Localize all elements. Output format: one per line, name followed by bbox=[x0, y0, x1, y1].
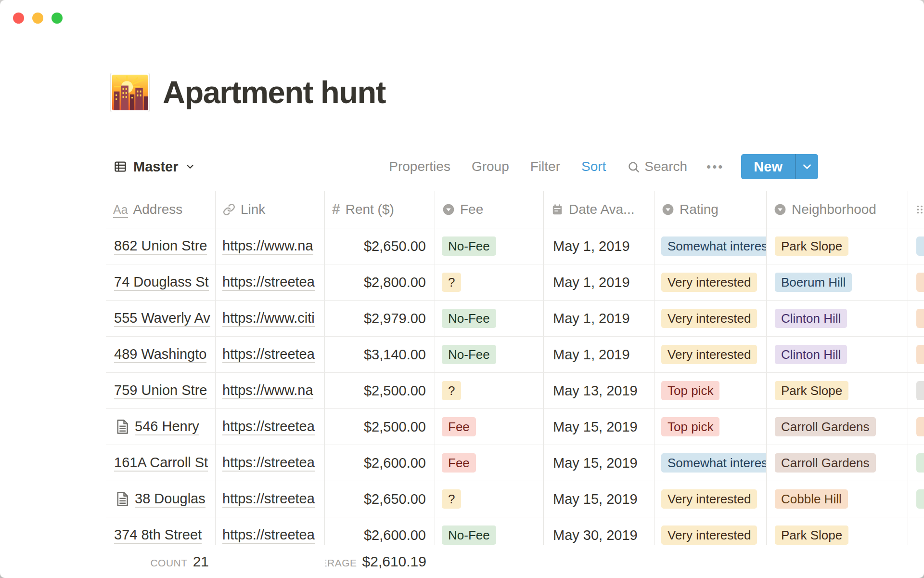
neighborhood-cell[interactable]: Cobble Hill bbox=[767, 481, 908, 517]
extra-cell[interactable] bbox=[908, 481, 924, 517]
extra-cell[interactable] bbox=[908, 373, 924, 408]
rating-cell[interactable]: Top pick bbox=[654, 373, 767, 408]
rating-cell[interactable]: Somewhat interested bbox=[654, 228, 767, 264]
column-header-neighborhood[interactable]: Neighborhood bbox=[767, 191, 908, 228]
column-header-link[interactable]: Link bbox=[216, 191, 325, 228]
minimize-window-button[interactable] bbox=[32, 13, 43, 24]
link-text: https://www.na bbox=[222, 237, 313, 255]
view-switcher[interactable]: Master bbox=[114, 159, 195, 175]
neighborhood-cell[interactable]: Carroll Gardens bbox=[767, 409, 908, 445]
rating-cell[interactable]: Top pick bbox=[654, 409, 767, 445]
extra-cell[interactable] bbox=[908, 264, 924, 300]
filter-button[interactable]: Filter bbox=[530, 159, 560, 174]
column-header-address[interactable]: AaAddress bbox=[106, 191, 216, 228]
fee-cell[interactable]: Fee bbox=[435, 445, 544, 481]
page-title[interactable]: Apartment hunt bbox=[163, 73, 385, 112]
more-options-button[interactable]: ••• bbox=[706, 159, 724, 174]
rent-cell[interactable]: $2,600.00 bbox=[325, 517, 435, 545]
properties-button[interactable]: Properties bbox=[389, 159, 450, 174]
rent-cell[interactable]: $2,500.00 bbox=[325, 373, 435, 408]
neighborhood-cell[interactable]: Park Slope bbox=[767, 517, 908, 545]
neighborhood-cell[interactable]: Clinton Hill bbox=[767, 337, 908, 372]
address-cell[interactable]: 74 Douglass St bbox=[106, 264, 216, 300]
rent-cell[interactable]: $3,140.00 bbox=[325, 337, 435, 372]
fee-cell[interactable]: ? bbox=[435, 481, 544, 517]
extra-cell[interactable] bbox=[908, 445, 924, 481]
link-cell[interactable]: https://www.citi bbox=[216, 301, 325, 336]
address-cell[interactable]: 546 Henry bbox=[106, 409, 216, 445]
rating-cell[interactable]: Very interested bbox=[654, 517, 767, 545]
link-cell[interactable]: https://www.na bbox=[216, 228, 325, 264]
address-cell[interactable]: 862 Union Stre bbox=[106, 228, 216, 264]
fee-cell[interactable]: Fee bbox=[435, 409, 544, 445]
new-button-label[interactable]: New bbox=[741, 154, 795, 179]
link-cell[interactable]: https://streetea bbox=[216, 481, 325, 517]
rent-cell[interactable]: $2,979.00 bbox=[325, 301, 435, 336]
link-cell[interactable]: https://streetea bbox=[216, 337, 325, 372]
date-available-cell[interactable]: May 30, 2019 bbox=[544, 517, 654, 545]
page-emoji-icon[interactable] bbox=[111, 73, 149, 112]
rent-cell[interactable]: $2,650.00 bbox=[325, 228, 435, 264]
count-calculation[interactable]: COUNT 21 bbox=[106, 553, 216, 570]
link-cell[interactable]: https://streetea bbox=[216, 409, 325, 445]
date-available-cell[interactable]: May 15, 2019 bbox=[544, 409, 654, 445]
group-button[interactable]: Group bbox=[472, 159, 509, 174]
date-available-cell[interactable]: May 1, 2019 bbox=[544, 264, 654, 300]
link-cell[interactable]: https://www.na bbox=[216, 373, 325, 408]
rating-cell[interactable]: Very interested bbox=[654, 264, 767, 300]
date-available-cell[interactable]: May 1, 2019 bbox=[544, 228, 654, 264]
rating-cell[interactable]: Very interested bbox=[654, 481, 767, 517]
sort-button[interactable]: Sort bbox=[581, 159, 606, 174]
date-available-cell[interactable]: May 13, 2019 bbox=[544, 373, 654, 408]
extra-cell[interactable] bbox=[908, 409, 924, 445]
fee-cell[interactable]: ? bbox=[435, 373, 544, 408]
date-available-cell[interactable]: May 15, 2019 bbox=[544, 481, 654, 517]
zoom-window-button[interactable] bbox=[51, 13, 63, 24]
address-cell[interactable]: 161A Carroll St bbox=[106, 445, 216, 481]
extra-cell[interactable] bbox=[908, 301, 924, 336]
link-cell[interactable]: https://streetea bbox=[216, 264, 325, 300]
close-window-button[interactable] bbox=[13, 13, 24, 24]
average-calculation[interactable]: AVERAGE $2,610.19 bbox=[325, 553, 435, 570]
rent-cell[interactable]: $2,800.00 bbox=[325, 264, 435, 300]
fee-cell[interactable]: No-Fee bbox=[435, 337, 544, 372]
rating-cell[interactable]: Very interested bbox=[654, 301, 767, 336]
date-available-cell[interactable]: May 1, 2019 bbox=[544, 301, 654, 336]
neighborhood-cell[interactable]: Park Slope bbox=[767, 373, 908, 408]
rating-cell[interactable]: Very interested bbox=[654, 337, 767, 372]
extra-cell[interactable] bbox=[908, 337, 924, 372]
search-button[interactable]: Search bbox=[627, 159, 687, 174]
neighborhood-cell[interactable]: Carroll Gardens bbox=[767, 445, 908, 481]
rating-cell[interactable]: Somewhat interested bbox=[654, 445, 767, 481]
column-header-date-ava[interactable]: Date Ava... bbox=[544, 191, 654, 228]
neighborhood-cell[interactable]: Park Slope bbox=[767, 228, 908, 264]
link-cell[interactable]: https://streetea bbox=[216, 517, 325, 545]
date-available-cell[interactable]: May 1, 2019 bbox=[544, 337, 654, 372]
date-available-cell[interactable]: May 15, 2019 bbox=[544, 445, 654, 481]
rent-cell[interactable]: $2,500.00 bbox=[325, 409, 435, 445]
address-cell[interactable]: 555 Waverly Av bbox=[106, 301, 216, 336]
neighborhood-cell[interactable]: Clinton Hill bbox=[767, 301, 908, 336]
rent-cell[interactable]: $2,650.00 bbox=[325, 481, 435, 517]
column-header-rating[interactable]: Rating bbox=[654, 191, 767, 228]
address-cell[interactable]: 489 Washingto bbox=[106, 337, 216, 372]
address-cell[interactable]: 759 Union Stre bbox=[106, 373, 216, 408]
rent-cell[interactable]: $2,600.00 bbox=[325, 445, 435, 481]
new-button[interactable]: New bbox=[741, 154, 818, 179]
neighborhood-cell[interactable]: Boerum Hill bbox=[767, 264, 908, 300]
column-header-rent[interactable]: #Rent ($) bbox=[325, 191, 435, 228]
fee-cell[interactable]: No-Fee bbox=[435, 517, 544, 545]
new-button-dropdown[interactable] bbox=[796, 154, 818, 179]
extra-cell[interactable] bbox=[908, 228, 924, 264]
extra-cell[interactable] bbox=[908, 517, 924, 545]
column-header-extra[interactable] bbox=[908, 191, 924, 228]
address-cell[interactable]: 374 8th Street bbox=[106, 517, 216, 545]
fee-cell[interactable]: No-Fee bbox=[435, 228, 544, 264]
link-cell[interactable]: https://streetea bbox=[216, 445, 325, 481]
fee-cell[interactable]: ? bbox=[435, 264, 544, 300]
fee-tag: ? bbox=[442, 489, 461, 509]
address-cell[interactable]: 38 Douglas bbox=[106, 481, 216, 517]
table-body: 862 Union Strehttps://www.na$2,650.00No-… bbox=[106, 228, 924, 545]
fee-cell[interactable]: No-Fee bbox=[435, 301, 544, 336]
column-header-fee[interactable]: Fee bbox=[435, 191, 544, 228]
